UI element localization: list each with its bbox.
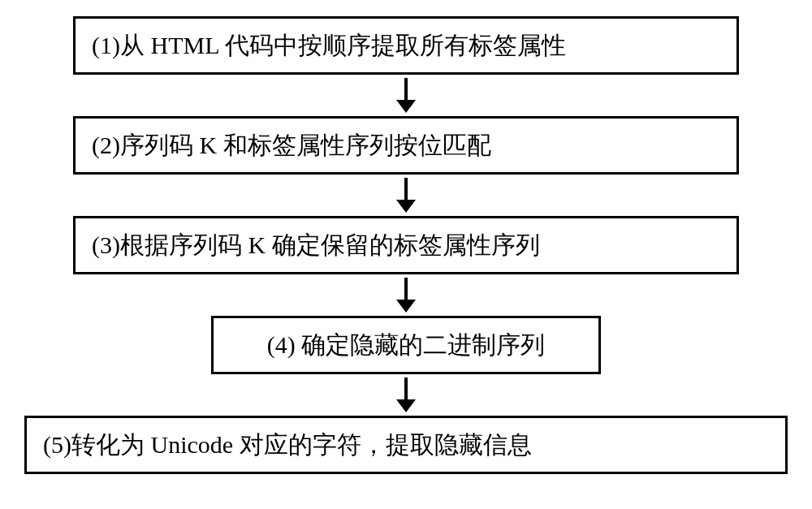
- step-2-text: (2)序列码 K 和标签属性序列按位匹配: [92, 132, 491, 158]
- arrow-down-icon: [396, 200, 416, 213]
- arrow-line-icon: [404, 78, 408, 101]
- step-3-text: (3)根据序列码 K 确定保留的标签属性序列: [92, 231, 540, 258]
- arrow-line-icon: [404, 278, 408, 300]
- arrow-down-icon: [396, 399, 416, 412]
- step-5-text: (5)转化为 Unicode 对应的字符，提取隐藏信息: [43, 431, 532, 458]
- step-5-box: (5)转化为 Unicode 对应的字符，提取隐藏信息: [24, 416, 788, 474]
- arrow-down-icon: [396, 300, 416, 313]
- flowchart-container: (1)从 HTML 代码中按顺序提取所有标签属性 (2)序列码 K 和标签属性序…: [16, 16, 796, 474]
- arrow-1: [396, 78, 416, 113]
- step-4-text: (4) 确定隐藏的二进制序列: [267, 331, 545, 358]
- step-1-text: (1)从 HTML 代码中按顺序提取所有标签属性: [92, 32, 566, 58]
- arrow-3: [396, 278, 416, 313]
- step-4-box: (4) 确定隐藏的二进制序列: [211, 316, 601, 374]
- arrow-4: [396, 377, 416, 412]
- step-2-box: (2)序列码 K 和标签属性序列按位匹配: [73, 116, 739, 175]
- arrow-line-icon: [404, 377, 408, 400]
- step-1-box: (1)从 HTML 代码中按顺序提取所有标签属性: [73, 16, 739, 75]
- step-3-box: (3)根据序列码 K 确定保留的标签属性序列: [73, 216, 739, 274]
- arrow-line-icon: [404, 178, 408, 201]
- arrow-down-icon: [396, 100, 416, 113]
- arrow-2: [396, 178, 416, 213]
